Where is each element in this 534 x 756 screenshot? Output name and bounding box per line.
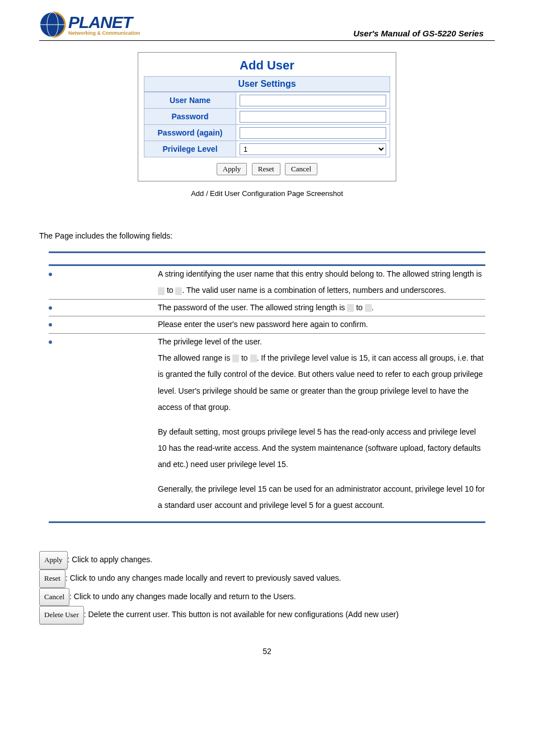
- cancel-desc: : Click to undo any changes made locally…: [69, 592, 296, 601]
- add-user-panel: Add User User Settings User Name Passwor…: [138, 52, 396, 181]
- fields-intro: The Page includes the following fields:: [39, 231, 495, 240]
- password-again-label: Password (again): [144, 125, 236, 141]
- password-label: Password: [144, 109, 236, 124]
- username-input[interactable]: [240, 95, 386, 106]
- field-desc: The privilege level of the user. The all…: [158, 333, 485, 522]
- apply-button-visual: Apply: [39, 551, 68, 570]
- password-again-input[interactable]: [240, 127, 386, 139]
- fields-table: A string identifying the user name that …: [49, 251, 485, 523]
- manual-title: User's Manual of GS-5220 Series: [353, 29, 495, 38]
- password-input[interactable]: [240, 111, 386, 123]
- apply-desc: : Click to apply changes.: [68, 555, 153, 564]
- privilege-label: Privilege Level: [144, 141, 236, 157]
- buttons-section: Apply: Click to apply changes. Reset: Cl…: [39, 551, 495, 624]
- delete-desc: : Delete the current user. This button i…: [84, 610, 399, 619]
- reset-desc: : Click to undo any changes made locally…: [65, 573, 341, 582]
- logo: PLANET Networking & Communication: [39, 11, 140, 38]
- table-row: Please enter the user's new password her…: [49, 316, 485, 333]
- reset-button[interactable]: Reset: [252, 163, 280, 175]
- table-row: A string identifying the user name that …: [49, 265, 485, 300]
- apply-button[interactable]: Apply: [217, 163, 247, 175]
- field-desc: A string identifying the user name that …: [158, 265, 485, 300]
- table-row: The privilege level of the user. The all…: [49, 333, 485, 522]
- logo-text: PLANET: [68, 14, 140, 31]
- cancel-button[interactable]: Cancel: [285, 163, 317, 175]
- globe-icon: [39, 11, 66, 38]
- reset-button-visual: Reset: [39, 570, 65, 588]
- username-label: User Name: [144, 92, 236, 108]
- delete-button-visual: Delete User: [39, 606, 84, 624]
- page-number: 52: [39, 647, 495, 656]
- figure-caption: Add / Edit User Configuration Page Scree…: [39, 189, 495, 198]
- field-desc: The password of the user. The allowed st…: [158, 299, 485, 316]
- field-desc: Please enter the user's new password her…: [158, 316, 485, 333]
- section-header: User Settings: [144, 77, 390, 92]
- table-header-right: [158, 253, 485, 265]
- logo-subtext: Networking & Communication: [68, 31, 140, 36]
- form-title: Add User: [144, 58, 390, 73]
- privilege-select[interactable]: 1: [240, 143, 386, 155]
- table-row: The password of the user. The allowed st…: [49, 299, 485, 316]
- cancel-button-visual: Cancel: [39, 588, 69, 606]
- table-header-left: [49, 253, 158, 265]
- page-header: PLANET Networking & Communication User's…: [39, 11, 495, 41]
